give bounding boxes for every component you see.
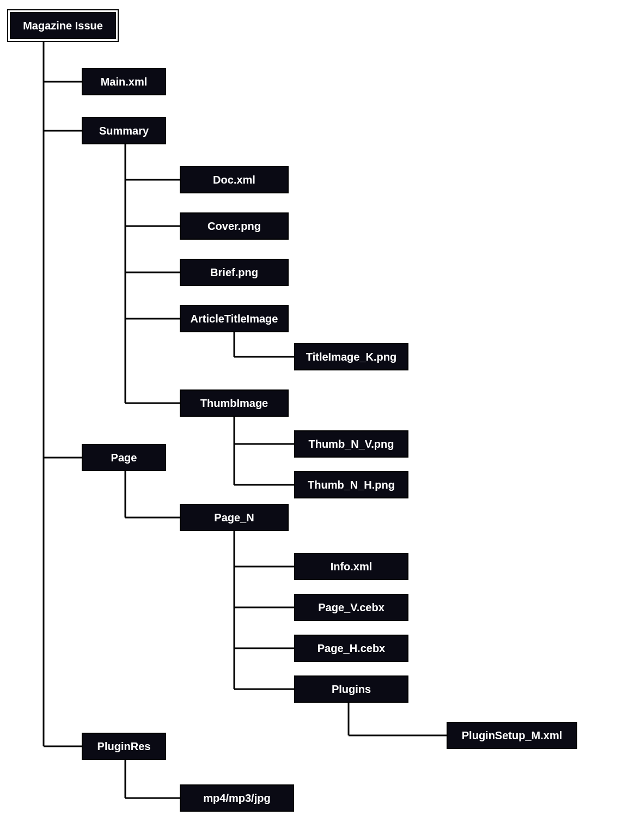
node-summary: Summary <box>82 117 166 144</box>
node-label: Page_H.cebx <box>318 642 386 655</box>
node-label: Thumb_N_V.png <box>308 438 394 451</box>
node-title-image-k: TitleImage_K.png <box>294 343 408 370</box>
node-label: Main.xml <box>101 76 148 88</box>
node-label: Doc.xml <box>213 174 255 186</box>
node-label: PluginRes <box>97 740 151 753</box>
node-main-xml: Main.xml <box>82 68 166 95</box>
node-label: Cover.png <box>207 220 261 233</box>
node-label: Info.xml <box>331 561 373 573</box>
node-label: Plugins <box>332 683 371 696</box>
node-label: TitleImage_K.png <box>306 351 396 363</box>
node-label: Thumb_N_H.png <box>308 479 395 491</box>
node-label: ThumbImage <box>200 397 268 410</box>
node-label: Page <box>111 452 137 464</box>
node-magazine-issue: Magazine Issue <box>10 12 116 39</box>
node-plugin-setup-m: PluginSetup_M.xml <box>447 722 577 749</box>
node-article-title-image: ArticleTitleImage <box>180 305 289 332</box>
node-page-h-cebx: Page_H.cebx <box>294 635 408 662</box>
node-info-xml: Info.xml <box>294 553 408 580</box>
node-label: Page_V.cebx <box>318 601 384 614</box>
node-plugin-res: PluginRes <box>82 733 166 760</box>
diagram-canvas: Magazine Issue Main.xml Summary Page Plu… <box>0 0 641 840</box>
node-label: Magazine Issue <box>23 20 103 32</box>
node-plugins: Plugins <box>294 675 408 703</box>
node-mp4-mp3-jpg: mp4/mp3/jpg <box>180 784 294 812</box>
node-cover-png: Cover.png <box>180 212 289 240</box>
node-page: Page <box>82 444 166 471</box>
node-thumb-n-h: Thumb_N_H.png <box>294 471 408 498</box>
node-label: ArticleTitleImage <box>191 313 278 325</box>
node-label: Brief.png <box>210 266 258 279</box>
node-label: Summary <box>99 125 149 137</box>
node-page-n: Page_N <box>180 504 289 531</box>
node-doc-xml: Doc.xml <box>180 166 289 193</box>
node-thumb-n-v: Thumb_N_V.png <box>294 430 408 458</box>
node-thumb-image: ThumbImage <box>180 389 289 417</box>
node-brief-png: Brief.png <box>180 259 289 286</box>
node-label: PluginSetup_M.xml <box>462 729 562 742</box>
node-page-v-cebx: Page_V.cebx <box>294 594 408 621</box>
node-label: Page_N <box>214 512 254 524</box>
node-label: mp4/mp3/jpg <box>203 792 270 805</box>
